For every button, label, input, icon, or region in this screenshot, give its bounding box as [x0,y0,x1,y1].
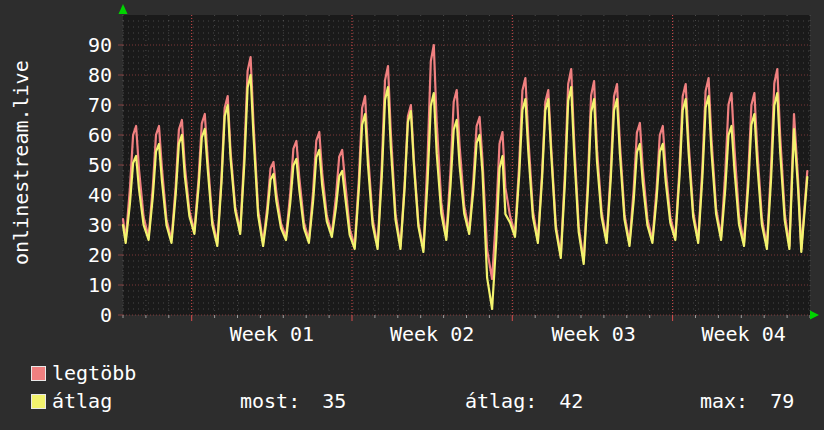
y-axis-label: 10 [0,273,112,297]
x-axis-label: Week 04 [701,322,785,346]
stat-most-label: most: [240,389,300,413]
y-axis-label: 50 [0,153,112,177]
y-axis-label: 40 [0,183,112,207]
y-axis-ticks [118,45,123,315]
stat-max-label: max: [700,389,748,413]
y-axis-label: 0 [0,303,112,327]
legend-swatch-atlag [31,394,46,409]
x-axis-label: Week 01 [230,322,314,346]
rrd-graph: onlinestream.live 0102030405060708090 We… [0,0,824,430]
stat-most-value: 35 [322,389,346,413]
stat-most: most:35 [240,389,346,413]
stat-atlag-value: 42 [559,389,583,413]
y-axis-label: 30 [0,213,112,237]
legend-swatch-legtobb [31,366,46,381]
y-axis-label: 70 [0,93,112,117]
y-axis-label: 60 [0,123,112,147]
x-axis-label: Week 02 [390,322,474,346]
legend-label-atlag: átlag [52,389,112,413]
x-axis-ticks [123,315,810,321]
chart-canvas [0,0,824,348]
stat-atlag-label: átlag: [465,389,537,413]
legend-label-legtobb: legtöbb [52,361,136,385]
x-axis-arrow-icon [810,311,819,320]
stat-max-value: 79 [770,389,794,413]
stat-max: max:79 [700,389,794,413]
y-axis-label: 20 [0,243,112,267]
y-axis-label: 90 [0,33,112,57]
y-axis-arrow-icon [119,4,128,14]
x-axis-label: Week 03 [551,322,635,346]
y-axis-label: 80 [0,63,112,87]
stat-atlag: átlag:42 [465,389,583,413]
